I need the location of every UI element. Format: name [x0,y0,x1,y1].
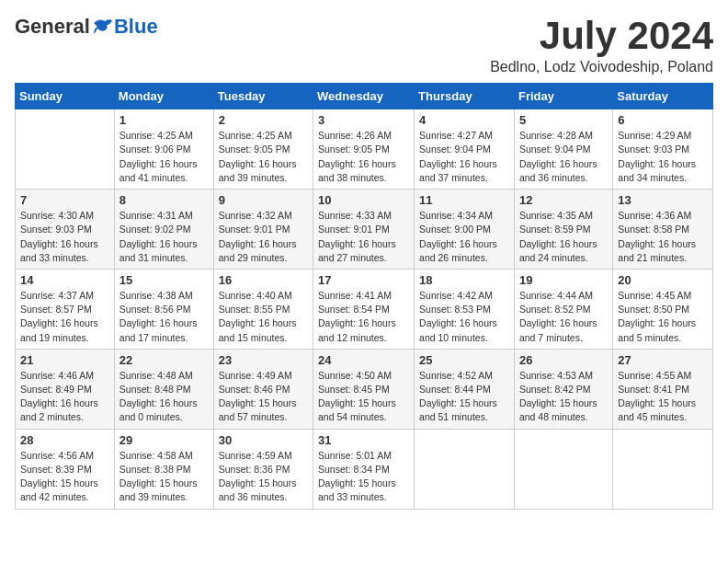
day-info: Sunrise: 4:48 AM Sunset: 8:48 PM Dayligh… [119,369,209,425]
location-title: Bedlno, Lodz Voivodeship, Poland [490,59,713,75]
weekday-header-thursday: Thursday [415,84,515,109]
calendar-cell: 14Sunrise: 4:37 AM Sunset: 8:57 PM Dayli… [16,269,115,349]
weekday-header-sunday: Sunday [16,84,115,109]
day-info: Sunrise: 4:32 AM Sunset: 9:01 PM Dayligh… [219,209,308,265]
day-number: 2 [219,113,308,127]
calendar-cell: 27Sunrise: 4:55 AM Sunset: 8:41 PM Dayli… [613,349,713,429]
calendar-cell [613,429,713,509]
logo-blue-text: Blue [114,15,158,39]
calendar-cell: 16Sunrise: 4:40 AM Sunset: 8:55 PM Dayli… [213,269,313,349]
weekday-header-row: SundayMondayTuesdayWednesdayThursdayFrid… [16,84,713,109]
month-title: July 2024 [490,15,713,57]
calendar-cell: 28Sunrise: 4:56 AM Sunset: 8:39 PM Dayli… [16,429,115,509]
day-number: 9 [219,193,308,207]
day-number: 20 [618,273,708,287]
day-number: 8 [119,193,209,207]
title-block: July 2024 Bedlno, Lodz Voivodeship, Pola… [490,15,713,75]
day-info: Sunrise: 4:29 AM Sunset: 9:03 PM Dayligh… [618,129,708,185]
calendar-cell: 29Sunrise: 4:58 AM Sunset: 8:38 PM Dayli… [114,429,213,509]
day-info: Sunrise: 4:55 AM Sunset: 8:41 PM Dayligh… [618,369,708,425]
day-info: Sunrise: 4:58 AM Sunset: 8:38 PM Dayligh… [119,449,209,505]
day-number: 10 [318,193,409,207]
day-info: Sunrise: 4:28 AM Sunset: 9:04 PM Dayligh… [519,129,608,185]
day-number: 18 [419,273,509,287]
page-header: General Blue July 2024 Bedlno, Lodz Voiv… [15,15,713,75]
day-info: Sunrise: 4:25 AM Sunset: 9:05 PM Dayligh… [219,129,308,185]
calendar-cell: 5Sunrise: 4:28 AM Sunset: 9:04 PM Daylig… [514,109,612,190]
calendar-cell: 12Sunrise: 4:35 AM Sunset: 8:59 PM Dayli… [514,190,612,270]
day-number: 23 [219,353,308,367]
calendar-cell: 1Sunrise: 4:25 AM Sunset: 9:06 PM Daylig… [114,109,213,190]
calendar-table: SundayMondayTuesdayWednesdayThursdayFrid… [15,83,713,509]
day-number: 14 [20,273,109,287]
day-info: Sunrise: 4:42 AM Sunset: 8:53 PM Dayligh… [419,289,509,345]
day-info: Sunrise: 4:37 AM Sunset: 8:57 PM Dayligh… [20,289,109,345]
calendar-cell: 18Sunrise: 4:42 AM Sunset: 8:53 PM Dayli… [415,269,515,349]
day-info: Sunrise: 4:52 AM Sunset: 8:44 PM Dayligh… [419,369,509,425]
day-number: 1 [119,113,209,127]
day-info: Sunrise: 4:41 AM Sunset: 8:54 PM Dayligh… [318,289,409,345]
calendar-cell: 17Sunrise: 4:41 AM Sunset: 8:54 PM Dayli… [313,269,415,349]
day-info: Sunrise: 4:31 AM Sunset: 9:02 PM Dayligh… [119,209,209,265]
day-number: 13 [618,193,708,207]
day-info: Sunrise: 4:50 AM Sunset: 8:45 PM Dayligh… [318,369,409,425]
weekday-header-saturday: Saturday [613,84,713,109]
day-number: 15 [119,273,209,287]
day-number: 17 [318,273,409,287]
day-number: 30 [219,433,308,447]
day-number: 19 [519,273,608,287]
day-info: Sunrise: 4:49 AM Sunset: 8:46 PM Dayligh… [219,369,308,425]
day-info: Sunrise: 4:46 AM Sunset: 8:49 PM Dayligh… [20,369,109,425]
calendar-cell: 15Sunrise: 4:38 AM Sunset: 8:56 PM Dayli… [114,269,213,349]
calendar-week-row: 1Sunrise: 4:25 AM Sunset: 9:06 PM Daylig… [16,109,713,190]
day-info: Sunrise: 4:38 AM Sunset: 8:56 PM Dayligh… [119,289,209,345]
calendar-week-row: 14Sunrise: 4:37 AM Sunset: 8:57 PM Dayli… [16,269,713,349]
day-info: Sunrise: 4:33 AM Sunset: 9:01 PM Dayligh… [318,209,409,265]
calendar-cell: 25Sunrise: 4:52 AM Sunset: 8:44 PM Dayli… [415,349,515,429]
day-number: 6 [618,113,708,127]
day-info: Sunrise: 4:35 AM Sunset: 8:59 PM Dayligh… [519,209,608,265]
calendar-cell: 19Sunrise: 4:44 AM Sunset: 8:52 PM Dayli… [514,269,612,349]
day-number: 29 [119,433,209,447]
calendar-cell [415,429,515,509]
calendar-cell [16,109,115,190]
day-number: 25 [419,353,509,367]
calendar-cell: 20Sunrise: 4:45 AM Sunset: 8:50 PM Dayli… [613,269,713,349]
day-number: 22 [119,353,209,367]
calendar-cell [514,429,612,509]
day-info: Sunrise: 4:56 AM Sunset: 8:39 PM Dayligh… [20,449,109,505]
calendar-cell: 2Sunrise: 4:25 AM Sunset: 9:05 PM Daylig… [213,109,313,190]
weekday-header-wednesday: Wednesday [313,84,415,109]
calendar-cell: 21Sunrise: 4:46 AM Sunset: 8:49 PM Dayli… [16,349,115,429]
day-number: 3 [318,113,409,127]
calendar-cell: 13Sunrise: 4:36 AM Sunset: 8:58 PM Dayli… [613,190,713,270]
calendar-cell: 8Sunrise: 4:31 AM Sunset: 9:02 PM Daylig… [114,190,213,270]
day-info: Sunrise: 5:01 AM Sunset: 8:34 PM Dayligh… [318,449,409,505]
day-info: Sunrise: 4:25 AM Sunset: 9:06 PM Dayligh… [119,129,209,185]
logo-general-text: General [15,15,90,39]
calendar-cell: 30Sunrise: 4:59 AM Sunset: 8:36 PM Dayli… [213,429,313,509]
day-number: 11 [419,193,509,207]
calendar-week-row: 21Sunrise: 4:46 AM Sunset: 8:49 PM Dayli… [16,349,713,429]
calendar-cell: 4Sunrise: 4:27 AM Sunset: 9:04 PM Daylig… [415,109,515,190]
day-number: 16 [219,273,308,287]
calendar-week-row: 7Sunrise: 4:30 AM Sunset: 9:03 PM Daylig… [16,190,713,270]
day-number: 24 [318,353,409,367]
calendar-cell: 7Sunrise: 4:30 AM Sunset: 9:03 PM Daylig… [16,190,115,270]
day-number: 31 [318,433,409,447]
day-number: 4 [419,113,509,127]
day-info: Sunrise: 4:45 AM Sunset: 8:50 PM Dayligh… [618,289,708,345]
day-info: Sunrise: 4:40 AM Sunset: 8:55 PM Dayligh… [219,289,308,345]
calendar-cell: 3Sunrise: 4:26 AM Sunset: 9:05 PM Daylig… [313,109,415,190]
day-info: Sunrise: 4:53 AM Sunset: 8:42 PM Dayligh… [519,369,608,425]
day-info: Sunrise: 4:34 AM Sunset: 9:00 PM Dayligh… [419,209,509,265]
day-number: 5 [519,113,608,127]
calendar-cell: 23Sunrise: 4:49 AM Sunset: 8:46 PM Dayli… [213,349,313,429]
day-number: 26 [519,353,608,367]
day-number: 27 [618,353,708,367]
day-info: Sunrise: 4:59 AM Sunset: 8:36 PM Dayligh… [219,449,308,505]
calendar-week-row: 28Sunrise: 4:56 AM Sunset: 8:39 PM Dayli… [16,429,713,509]
day-number: 12 [519,193,608,207]
calendar-cell: 24Sunrise: 4:50 AM Sunset: 8:45 PM Dayli… [313,349,415,429]
day-info: Sunrise: 4:36 AM Sunset: 8:58 PM Dayligh… [618,209,708,265]
